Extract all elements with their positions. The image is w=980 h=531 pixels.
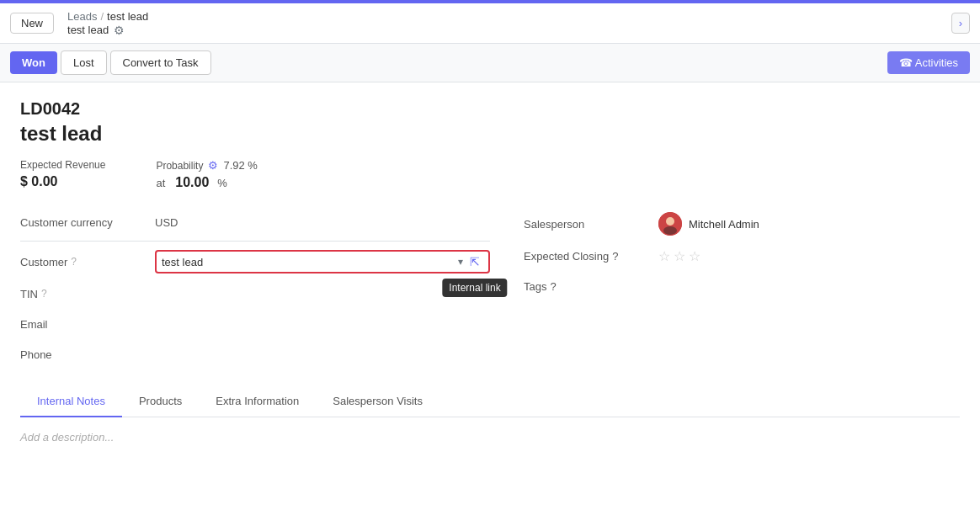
phone-row: Phone [20,339,490,369]
star-1[interactable]: ☆ [658,248,670,264]
tab-extra-information[interactable]: Extra Information [199,386,316,417]
new-button[interactable]: New [10,13,54,34]
breadcrumb: Leads / test lead test lead ⚙ [67,10,148,37]
svg-point-1 [666,217,674,226]
tags-help-icon[interactable]: ? [550,280,556,293]
salesperson-value: Mitchell Admin [658,212,960,236]
salesperson-row: Salesperson Mitchell Admin [524,207,960,241]
salesperson-label: Salesperson [524,218,658,231]
tags-value[interactable] [658,280,960,293]
customer-help-icon[interactable]: ? [71,256,77,268]
expected-revenue-block: Expected Revenue $ 0.00 [20,159,105,189]
breadcrumb-separator: / [100,10,104,23]
phone-value[interactable] [155,348,490,361]
salesperson-name: Mitchell Admin [689,218,759,231]
customer-internal-link-button[interactable]: ⇱ [466,255,483,268]
breadcrumb-current: test lead [107,10,148,23]
customer-currency-value: USD [155,216,490,229]
customer-field-wrapper: ▾ ⇱ Internal link [155,250,490,273]
probability-gear-icon[interactable]: ⚙ [208,159,218,172]
expected-closing-row: Expected Closing ? ☆ ☆ ☆ [524,241,960,271]
stars-container: ☆ ☆ ☆ [658,248,700,264]
lead-id: LD0042 [20,99,960,119]
main-content: LD0042 test lead Expected Revenue $ 0.00… [0,82,980,474]
lost-button[interactable]: Lost [61,50,107,75]
tin-input[interactable] [155,288,490,300]
customer-currency-row: Customer currency USD [20,207,490,237]
tin-row: TIN ? [20,279,490,309]
phone-input[interactable] [155,348,490,361]
expected-closing-label: Expected Closing ? [524,250,658,263]
customer-label: Customer ? [20,256,155,268]
probability-value: 7.92 % [223,159,257,172]
email-input[interactable] [155,318,490,331]
tab-content: Add a description... [20,417,960,457]
form-section: Customer currency USD Customer ? ▾ ⇱ Int… [20,207,960,369]
tabs-bar: Internal Notes Products Extra Informatio… [20,386,960,417]
internal-link-tooltip-wrapper: ⇱ Internal link [466,255,483,268]
avatar-svg [658,212,682,236]
tags-input[interactable] [658,280,960,293]
expected-closing-help-icon[interactable]: ? [612,250,618,263]
metrics-row: Expected Revenue $ 0.00 Probability ⚙ 7.… [20,159,960,190]
expected-revenue-label: Expected Revenue [20,159,105,171]
lead-name: test lead [20,122,960,146]
form-right: Salesperson Mitchell Admin [490,207,960,369]
won-button[interactable]: Won [10,51,57,74]
breadcrumb-subtitle-text: test lead [67,24,109,36]
svg-point-2 [663,226,677,235]
customer-currency-label: Customer currency [20,216,155,229]
email-row: Email [20,309,490,339]
avatar [658,212,682,236]
email-value[interactable] [155,318,490,331]
tin-label: TIN ? [20,288,155,300]
pct-label: % [217,177,227,189]
convert-to-task-button[interactable]: Convert to Task [110,50,211,75]
settings-icon[interactable]: ⚙ [114,24,125,37]
customer-input[interactable] [162,256,455,268]
top-bar: New Leads / test lead test lead ⚙ › [0,3,980,44]
tin-help-icon[interactable]: ? [41,288,47,300]
tags-row: Tags ? [524,271,960,301]
at-label: at [156,177,165,189]
expected-closing-value: ☆ ☆ ☆ [658,248,960,264]
tags-label: Tags ? [524,280,658,293]
tab-products[interactable]: Products [122,386,199,417]
tin-value[interactable] [155,288,490,300]
nav-next-button[interactable]: › [951,13,970,34]
probability-label: Probability [156,160,203,172]
probability-block: Probability ⚙ 7.92 % at 10.00 % [156,159,258,190]
phone-label: Phone [20,348,155,361]
tab-salesperson-visits[interactable]: Salesperson Visits [316,386,439,417]
top-right-actions: › [951,13,970,34]
email-label: Email [20,318,155,331]
customer-dropdown-button[interactable]: ▾ [455,256,466,268]
form-left: Customer currency USD Customer ? ▾ ⇱ Int… [20,207,490,369]
star-3[interactable]: ☆ [689,248,700,264]
expected-revenue-value: $ 0.00 [20,174,105,189]
star-2[interactable]: ☆ [674,248,685,264]
customer-row: Customer ? ▾ ⇱ Internal link [20,245,490,279]
breadcrumb-parent-link[interactable]: Leads [67,10,97,23]
at-value: 10.00 [175,175,209,190]
activity-button[interactable]: ☎ Activities [887,51,970,74]
add-description-placeholder[interactable]: Add a description... [20,431,960,443]
tab-internal-notes[interactable]: Internal Notes [20,386,122,417]
action-bar: Won Lost Convert to Task ☎ Activities [0,44,980,82]
